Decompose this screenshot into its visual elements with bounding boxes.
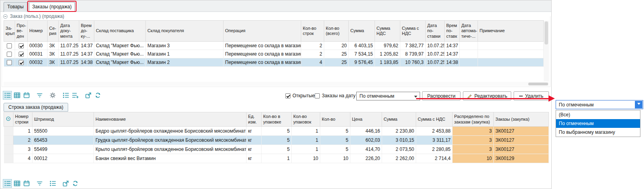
orders-vertical-scrollbar[interactable] — [544, 21, 549, 81]
col-header-supplier-warehouse[interactable]: Склад поставщика — [94, 21, 146, 42]
purchase-orders-cell[interactable]: ЗК00127 — [494, 127, 549, 136]
posted-checkbox[interactable] — [19, 60, 24, 65]
filter-icon[interactable] — [35, 91, 44, 100]
rows-count-cell[interactable]: 2 — [301, 50, 324, 58]
name-cell[interactable]: Грудка цыплят-бройлеров охлажденная Бори… — [94, 136, 247, 145]
closed-cell[interactable] — [4, 50, 15, 58]
qty-total-cell[interactable]: 20 — [324, 42, 349, 50]
open-orders-checkbox-group[interactable]: Открытые — [285, 93, 315, 98]
sum-with-vat-cell[interactable]: 2 280,85 — [416, 145, 453, 154]
col-header-line-no[interactable]: Номер строки — [13, 112, 32, 127]
order-row[interactable]: 00031 ЗК 11.07.25 14:37 Склад "Маркет Фь… — [4, 50, 544, 58]
name-cell[interactable]: Бедро цыплят-бройлеров охлажденное Борис… — [94, 127, 247, 136]
distributed-cell[interactable]: 3 — [453, 136, 494, 145]
export-icon[interactable] — [84, 91, 93, 100]
price-cell[interactable]: 446,16 — [350, 127, 382, 136]
delivery-time-cell[interactable]: 14:37 — [445, 50, 460, 58]
mode-dropdown-combo[interactable]: По отмеченным — [556, 100, 643, 109]
closed-checkbox[interactable] — [7, 60, 12, 65]
unit-cell[interactable]: кг — [247, 127, 262, 136]
col-header-price[interactable]: Цена — [350, 112, 382, 127]
col-header-delivery-time[interactable]: Врем по- ставк — [445, 21, 460, 42]
qty-total-cell[interactable]: 25 — [324, 50, 349, 58]
col-header-operation[interactable]: Операция — [224, 21, 301, 42]
line-no-cell[interactable]: 4 — [13, 154, 32, 163]
delivery-time-cell[interactable]: 14:38 — [445, 58, 460, 67]
delivery-time-cell[interactable]: 14:37 — [445, 42, 460, 50]
name-cell[interactable]: Крыло цыплят-бройлеров охлажденное Борис… — [94, 145, 247, 154]
posted-checkbox[interactable] — [19, 52, 24, 57]
col-header-posted[interactable]: Про- ве- ден — [15, 21, 28, 42]
note-cell[interactable] — [478, 42, 544, 50]
doc-time-cell[interactable]: 14:37 — [79, 50, 94, 58]
col-header-vat-sum[interactable]: Сумма НДС — [375, 21, 400, 42]
col-header-series[interactable]: Се- рия — [48, 21, 59, 42]
col-header-sum[interactable]: Сумма — [349, 21, 375, 42]
export-icon[interactable] — [61, 179, 70, 188]
auto-date-cell[interactable] — [460, 50, 478, 58]
packs-cell[interactable]: 1 — [292, 136, 320, 145]
open-orders-checkbox[interactable] — [285, 93, 290, 98]
sum-cell[interactable]: 2 230,80 — [382, 127, 416, 136]
col-header-packs[interactable]: Кол-во упаковок — [292, 112, 320, 127]
tab-orders-sale[interactable]: Заказы (продажа) — [29, 2, 75, 12]
numbered-list-icon[interactable] — [48, 179, 57, 188]
sum-with-vat-cell[interactable]: 2 714,4 — [416, 154, 453, 163]
purchase-orders-cell[interactable]: ЗК00129 — [494, 154, 549, 163]
number-cell[interactable]: 00031 — [28, 50, 48, 58]
col-header-doc-date[interactable]: Дата доку- мента — [59, 21, 79, 42]
view-grid-icon[interactable] — [12, 91, 21, 100]
line-row[interactable]: 3 55499 Крыло цыплят-бройлеров охлажденн… — [4, 145, 549, 154]
barcode-cell[interactable]: 00012 — [32, 154, 94, 163]
number-cell[interactable]: 00032 — [28, 58, 48, 67]
numbered-list-icon[interactable] — [61, 91, 70, 100]
doc-time-cell[interactable]: 14:37 — [79, 42, 94, 50]
closed-cell[interactable] — [4, 58, 15, 67]
supplier-warehouse-cell[interactable]: Склад "Маркет Фью... — [94, 42, 146, 50]
qty-total-cell[interactable]: 25 — [324, 58, 349, 67]
buyer-warehouse-cell[interactable]: Магазин 1 — [146, 50, 224, 58]
posted-cell[interactable] — [15, 42, 28, 50]
sum-cell[interactable]: 3 010,15 — [382, 136, 416, 145]
packs-cell[interactable]: 1 — [292, 127, 320, 136]
rows-count-cell[interactable]: 2 — [301, 42, 324, 50]
series-cell[interactable]: ЗК — [48, 58, 59, 67]
posted-cell[interactable] — [15, 50, 28, 58]
sum-with-vat-cell[interactable]: 7 382,77 — [400, 42, 426, 50]
rows-count-cell[interactable]: 4 — [301, 58, 324, 67]
dropdown-option-by-store[interactable]: По выбранному магазину — [556, 128, 640, 137]
qty-per-pack-cell[interactable]: 5 — [262, 136, 292, 145]
qty-cell[interactable]: 5 — [320, 136, 350, 145]
tab-order-lines[interactable]: Строка заказа (продажа) — [4, 103, 68, 112]
qty-cell[interactable]: 10 — [320, 154, 350, 163]
qty-cell[interactable]: 5 — [320, 127, 350, 136]
col-header-unit[interactable]: Ед. изм. — [247, 112, 262, 127]
vat-sum-cell[interactable]: 1 183,85 — [375, 58, 400, 67]
qty-per-pack-cell[interactable]: 5 — [262, 127, 292, 136]
supplier-warehouse-cell[interactable]: Склад "Маркет Фью... — [94, 58, 146, 67]
vat-sum-cell[interactable]: 979,62 — [375, 42, 400, 50]
dropdown-option-all[interactable]: (Все) — [556, 110, 640, 119]
scrollbar-thumb[interactable] — [528, 83, 548, 85]
series-cell[interactable]: ЗК — [48, 50, 59, 58]
operation-cell[interactable]: Перемещение со склада в магазин — [224, 42, 301, 50]
col-header-qty[interactable]: Кол-во — [320, 112, 350, 127]
col-header-name[interactable]: Наименование — [94, 112, 247, 127]
auto-date-cell[interactable] — [460, 58, 478, 67]
operation-cell[interactable]: Перемещение со склада в магазин — [224, 50, 301, 58]
order-row[interactable]: 00032 ЗК 11.07.25 14:38 Склад "Маркет Фь… — [4, 58, 544, 67]
row-selector-cell[interactable] — [4, 154, 13, 163]
sum-cell[interactable]: 2 262,00 — [382, 154, 416, 163]
purchase-orders-cell[interactable]: ЗК00127 — [494, 145, 549, 154]
delivery-date-cell[interactable]: 10.07.25 — [426, 50, 445, 58]
row-selector-cell[interactable] — [4, 145, 13, 154]
refresh-icon[interactable] — [93, 91, 102, 100]
name-cell[interactable]: Банан свежий вес Витамин — [94, 154, 247, 163]
col-header-auto-date[interactable]: Дата автома- тиче-... — [460, 21, 478, 42]
col-header-number[interactable]: Номер — [28, 21, 48, 42]
distributed-cell[interactable]: 3 — [453, 127, 494, 136]
scrollbar-thumb[interactable] — [545, 21, 548, 44]
packs-cell[interactable]: 10 — [292, 154, 320, 163]
posted-checkbox[interactable] — [19, 43, 24, 48]
collapse-icon[interactable] — [3, 14, 8, 19]
